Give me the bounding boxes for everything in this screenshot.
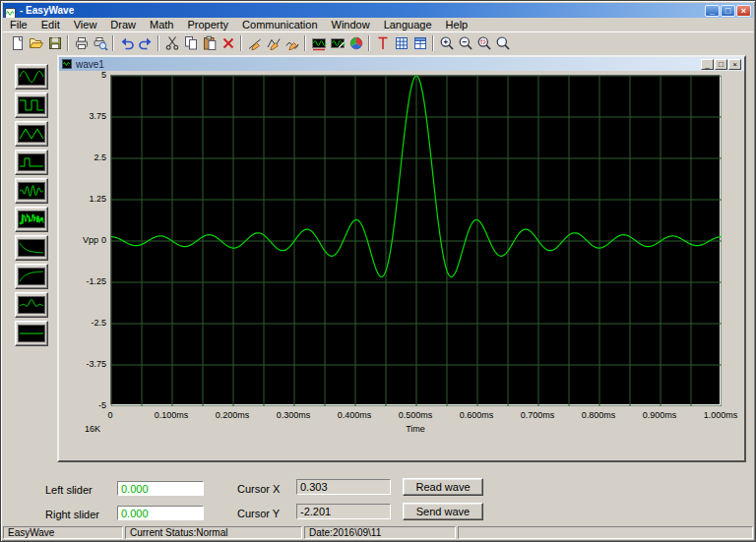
x-tick-label: 0.800ms [577, 410, 620, 420]
wave1-title-bar[interactable]: wave1 _ □ × [59, 57, 744, 71]
y-tick-label: 5 [59, 70, 106, 80]
draw-polyline-button[interactable] [264, 34, 283, 53]
print-preview-icon [93, 35, 108, 51]
waveform-button-pulse[interactable] [15, 150, 48, 175]
x-tick-label: 0.700ms [516, 410, 559, 420]
triangle-wave-icon [18, 125, 45, 143]
about-button[interactable] [346, 34, 365, 53]
zoom-window-icon [476, 35, 492, 51]
menu-property[interactable]: Property [181, 18, 236, 31]
copy-button[interactable] [181, 34, 200, 53]
menu-language[interactable]: Language [377, 18, 439, 31]
sample-count-label: 16K [85, 424, 100, 434]
menu-communication[interactable]: Communication [235, 18, 324, 31]
delete-button[interactable] [219, 34, 237, 53]
toolbar-separator [240, 35, 242, 51]
y-tick-label: -2.5 [59, 318, 106, 328]
square-wave-icon [18, 96, 45, 114]
child-close-button[interactable]: × [728, 59, 741, 70]
cursor-marker-button[interactable] [373, 34, 392, 53]
cursor-y-value[interactable] [296, 504, 391, 519]
toolbar-separator [67, 35, 69, 51]
menu-window[interactable]: Window [325, 18, 377, 31]
cursor-x-value[interactable] [296, 479, 391, 495]
wave-hzoom-button[interactable] [309, 34, 328, 53]
dc-wave-icon [18, 325, 45, 342]
waveform-button-triangle[interactable] [15, 121, 48, 147]
draw-line-button[interactable] [245, 34, 264, 53]
open-button[interactable] [27, 34, 45, 53]
waveform-button-exp-rise[interactable] [15, 264, 48, 289]
menu-help[interactable]: Help [439, 18, 475, 31]
y-tick-label: -1.25 [59, 276, 106, 286]
wave1-window: wave1 _ □ × 53.752.51.250-1.25-2.5-3.75-… [57, 55, 746, 462]
y-tick-label: 3.75 [59, 111, 106, 121]
zoom-out-button[interactable] [456, 34, 474, 53]
new-icon [10, 35, 26, 51]
client-area: wave1 _ □ × 53.752.51.250-1.25-2.5-3.75-… [3, 54, 753, 525]
title-bar[interactable]: - EasyWave _ □ × [3, 3, 753, 18]
save-icon [47, 35, 63, 51]
zoom-reset-button[interactable] [493, 34, 512, 53]
paste-button[interactable] [200, 34, 219, 53]
draw-freehand-button[interactable] [283, 34, 301, 53]
menu-math[interactable]: Math [143, 18, 180, 31]
waveform-button-square[interactable] [15, 92, 48, 118]
cut-button[interactable] [162, 34, 181, 53]
waveform-button-noise[interactable] [15, 207, 48, 232]
draw-line-icon [247, 35, 263, 51]
toolbar-separator [112, 35, 114, 51]
status-bar: EasyWave Current Status:Normal Date:2016… [3, 526, 753, 539]
menu-bar: FileEditViewDrawMathPropertyCommunicatio… [3, 18, 753, 31]
waveform-button-sinc[interactable] [15, 292, 48, 318]
new-button[interactable] [8, 34, 27, 53]
zoom-window-button[interactable] [474, 34, 493, 53]
grid-button[interactable] [392, 34, 410, 53]
cursor-marker-icon [375, 35, 391, 51]
noise-wave-icon [18, 211, 45, 228]
zoom-in-button[interactable] [437, 34, 456, 53]
send-wave-button[interactable]: Send wave [403, 503, 483, 520]
minimize-button[interactable]: _ [705, 5, 720, 17]
child-restore-button[interactable]: □ [715, 59, 727, 70]
undo-button[interactable] [117, 34, 136, 53]
save-button[interactable] [45, 34, 64, 53]
table-button[interactable] [410, 34, 429, 53]
waveform-button-sine[interactable] [15, 64, 48, 90]
menu-view[interactable]: View [67, 18, 104, 31]
wave-document-icon [62, 59, 72, 69]
toolbar-separator [304, 35, 306, 51]
print-button[interactable] [72, 34, 91, 53]
waveform-button-am[interactable] [15, 178, 48, 204]
maximize-button[interactable]: □ [721, 5, 735, 17]
x-tick-label: 0.600ms [455, 410, 498, 420]
menu-edit[interactable]: Edit [34, 18, 67, 31]
right-slider-input[interactable] [117, 506, 204, 520]
print-preview-button[interactable] [91, 34, 109, 53]
menu-draw[interactable]: Draw [103, 18, 143, 31]
window-title: - EasyWave [20, 5, 704, 16]
x-tick-label: 0.500ms [394, 410, 437, 420]
status-current-status: Current Status:Normal [125, 526, 302, 539]
cursor-x-label: Cursor X [237, 483, 280, 495]
menu-file[interactable]: File [3, 18, 34, 31]
wave-edit-icon [330, 35, 346, 51]
status-empty-panel [458, 526, 753, 539]
print-icon [74, 35, 90, 51]
close-button[interactable]: × [736, 5, 751, 17]
wave-edit-button[interactable] [328, 34, 346, 53]
toolbar-separator [432, 35, 434, 51]
waveform-button-dc[interactable] [15, 321, 48, 346]
grid-icon [394, 35, 410, 51]
y-tick-label: -5 [59, 400, 106, 410]
x-tick-label: 0.200ms [211, 410, 254, 420]
zoom-reset-icon [495, 35, 511, 51]
waveform-button-exp-fall[interactable] [15, 235, 48, 261]
left-slider-input[interactable] [117, 481, 204, 496]
redo-button[interactable] [136, 34, 155, 53]
read-wave-button[interactable]: Read wave [403, 478, 483, 496]
child-minimize-button[interactable]: _ [701, 59, 714, 70]
status-app-name: EasyWave [3, 526, 123, 539]
waveform-plot[interactable] [110, 75, 721, 405]
undo-icon [119, 35, 135, 51]
